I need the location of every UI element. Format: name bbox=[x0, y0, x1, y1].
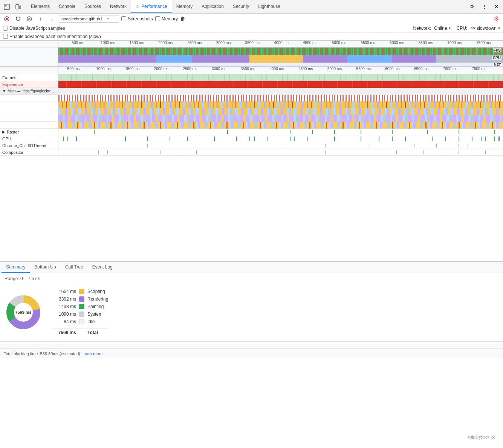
close-icon[interactable]: ✕ bbox=[491, 2, 501, 12]
bottom-panel: Summary Bottom-Up Call Tree Event Log Ra… bbox=[0, 262, 503, 349]
svg-marker-5 bbox=[16, 17, 17, 18]
child-io-label: Chrome_ChildIOThread bbox=[0, 142, 58, 149]
summary-area: 7569 ms 1654 ms Scripting 3302 ms Render… bbox=[5, 286, 498, 338]
tab-sources[interactable]: Sources bbox=[80, 0, 105, 13]
summary-legend: 1654 ms Scripting 3302 ms Rendering 1438… bbox=[54, 289, 108, 335]
legend-rendering: 3302 ms Rendering bbox=[54, 296, 108, 302]
flame-row-3 bbox=[0, 108, 503, 115]
cpu-dropdown-arrow[interactable]: ▾ bbox=[498, 26, 500, 30]
cpu-selector[interactable]: CPU: 4× slowdown ▾ bbox=[457, 26, 500, 31]
net-label: NET bbox=[493, 63, 501, 66]
main-track-row: ▼ Main — https://googlechrome.github.io/… bbox=[0, 88, 503, 95]
options-row: Disable JavaScript samples Network: Onli… bbox=[0, 24, 503, 32]
tab-bottom-up[interactable]: Bottom-Up bbox=[30, 262, 60, 273]
frames-label: Frames bbox=[0, 74, 58, 81]
tab-performance[interactable]: ⚠ Performance bbox=[131, 0, 172, 13]
clear-button[interactable] bbox=[25, 14, 34, 23]
flame-row-2 bbox=[0, 101, 503, 108]
memory-check[interactable]: Memory bbox=[155, 16, 178, 21]
legend-system: 1090 ms System bbox=[54, 311, 108, 317]
tab-event-log[interactable]: Event Log bbox=[88, 262, 117, 273]
record-button[interactable] bbox=[2, 14, 11, 23]
experience-label: Experience bbox=[0, 81, 58, 87]
main-label: ▼ Main — https://googlechrome.github.io/… bbox=[0, 88, 58, 94]
scripting-swatch bbox=[79, 289, 84, 294]
settings-icon[interactable]: ⚙ bbox=[467, 2, 477, 12]
disable-js-check[interactable]: Disable JavaScript samples bbox=[3, 26, 65, 31]
performance-toolbar: ↑ ↓ googlechrome.github.i... ▾ Screensho… bbox=[0, 14, 503, 24]
bottom-tab-bar: Summary Bottom-Up Call Tree Event Log bbox=[0, 262, 503, 273]
main-expand-arrow[interactable]: ▼ bbox=[2, 89, 6, 93]
overview-section: 500 ms 1000 ms 1500 ms 2000 ms 2500 ms 3… bbox=[0, 41, 503, 67]
painting-swatch bbox=[79, 304, 84, 309]
main-header-content bbox=[58, 88, 503, 95]
enable-paint-check[interactable]: Enable advanced paint instrumentation (s… bbox=[3, 34, 101, 39]
net-track: NET bbox=[0, 63, 503, 66]
compositor-track-row: Compositor bbox=[0, 149, 503, 156]
cpu-track: CPU bbox=[0, 55, 503, 63]
tab-console[interactable]: Console bbox=[54, 0, 80, 13]
fps-track: FPS bbox=[0, 48, 503, 55]
overview-ruler: 500 ms 1000 ms 1500 ms 2000 ms 2500 ms 3… bbox=[0, 41, 503, 48]
tab-application[interactable]: Application bbox=[197, 0, 228, 13]
system-swatch bbox=[79, 311, 84, 317]
raster-track-row: ▶ Raster bbox=[0, 129, 503, 135]
tab-network[interactable]: Network bbox=[105, 0, 131, 13]
device-icon[interactable] bbox=[13, 2, 23, 12]
screenshots-check[interactable]: Screenshots bbox=[121, 16, 153, 21]
flame-label-4 bbox=[0, 115, 58, 121]
tab-memory[interactable]: Memory bbox=[172, 0, 197, 13]
flame-label-3 bbox=[0, 108, 58, 115]
tracks-area: Frames Experience ▼ Main — https://googl… bbox=[0, 74, 503, 262]
inspect-icon[interactable] bbox=[2, 2, 12, 12]
upload-button[interactable]: ↑ bbox=[36, 14, 45, 23]
url-display: googlechrome.github.i... ▾ bbox=[59, 15, 119, 23]
range-label: Range: 0 – 7.57 s bbox=[5, 276, 498, 281]
svg-point-4 bbox=[6, 18, 8, 20]
raster-expand-arrow[interactable]: ▶ bbox=[2, 130, 5, 134]
gpu-track-row: GPU bbox=[0, 135, 503, 142]
gpu-label: GPU bbox=[0, 135, 58, 142]
flame-row-5 bbox=[0, 122, 503, 129]
tab-call-tree[interactable]: Call Tree bbox=[61, 262, 88, 273]
legend-painting: 1438 ms Painting bbox=[54, 304, 108, 309]
tab-lighthouse[interactable]: Lighthouse bbox=[254, 0, 285, 13]
tab-security[interactable]: Security bbox=[228, 0, 254, 13]
devtools-tab-bar: Elements Console Sources Network ⚠ Perfo… bbox=[0, 0, 503, 14]
svg-rect-2 bbox=[20, 6, 21, 9]
raster-label: ▶ Raster bbox=[0, 129, 58, 135]
frames-track-row: Frames bbox=[0, 74, 503, 81]
panel-separator bbox=[0, 341, 503, 349]
main-ruler: 500 ms 1000 ms 1500 ms 2000 ms 2500 ms 3… bbox=[0, 67, 503, 74]
more-icon[interactable]: ⋮ bbox=[479, 2, 489, 12]
experience-content bbox=[58, 81, 503, 88]
footer: Total blocking time: 586.39ms (estimated… bbox=[0, 349, 503, 358]
svg-rect-0 bbox=[4, 4, 9, 9]
legend-scripting: 1654 ms Scripting bbox=[54, 289, 108, 294]
empty-track-area bbox=[0, 156, 503, 261]
flame-row-4 bbox=[0, 115, 503, 122]
tab-summary[interactable]: Summary bbox=[2, 262, 30, 273]
network-selector[interactable]: Network: Online ▾ bbox=[413, 26, 451, 31]
fps-label: FPS bbox=[493, 48, 501, 52]
summary-panel: Range: 0 – 7.57 s bbox=[0, 273, 503, 341]
options-row2: Enable advanced paint instrumentation (s… bbox=[0, 32, 503, 41]
network-dropdown-arrow[interactable]: ▾ bbox=[449, 26, 451, 30]
flame-label-1 bbox=[0, 95, 58, 101]
download-button[interactable]: ↓ bbox=[47, 14, 57, 23]
svg-rect-1 bbox=[16, 5, 19, 9]
reload-record-button[interactable] bbox=[14, 14, 23, 23]
flame-label-2 bbox=[0, 101, 58, 108]
tab-elements[interactable]: Elements bbox=[26, 0, 54, 13]
learn-more-link[interactable]: Learn more bbox=[81, 351, 102, 356]
donut-chart: 7569 ms bbox=[5, 293, 42, 331]
experience-track-row: Experience bbox=[0, 81, 503, 88]
idle-swatch bbox=[79, 319, 84, 324]
trash-icon[interactable]: 🗑 bbox=[180, 16, 185, 22]
cpu-label: CPU bbox=[492, 56, 501, 60]
rendering-swatch bbox=[79, 296, 84, 302]
gear-icon[interactable]: ⚙ bbox=[492, 14, 501, 23]
donut-center-label: 7569 ms bbox=[15, 310, 31, 315]
warning-icon: ⚠ bbox=[136, 4, 140, 9]
flame-label-5 bbox=[0, 122, 58, 128]
